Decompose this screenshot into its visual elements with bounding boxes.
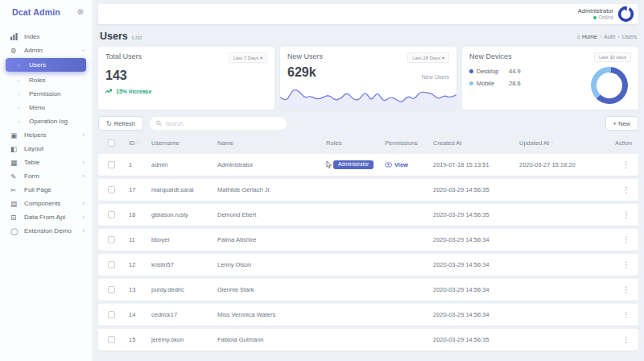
table-row: 16gislason.rustyDemond Ebert2020-03-29 1… bbox=[98, 204, 638, 226]
row-action-menu[interactable]: ⋮ bbox=[613, 185, 638, 194]
sidebar-item-label: Helpers bbox=[24, 131, 82, 139]
filter-button[interactable]: Last 30 days bbox=[594, 52, 631, 62]
chevron-right-icon: › bbox=[82, 200, 85, 207]
legend-label: Mobile bbox=[477, 80, 506, 87]
cell-name: Glennie Stark bbox=[217, 286, 326, 293]
cell-name: Palma Abshire bbox=[217, 236, 326, 243]
circle-icon: ○ bbox=[17, 119, 26, 124]
table-row: 13purdy.dedricGlennie Stark2020-03-29 14… bbox=[98, 279, 638, 301]
eye-icon bbox=[385, 162, 392, 168]
sidebar-item-label: Form bbox=[24, 172, 82, 180]
legend-value: 44.9 bbox=[509, 68, 521, 75]
sidebar-menu: Index ⚙ Admin › ○ Users ○ Roles ○ Permis… bbox=[0, 24, 92, 238]
table-row: 11bboyerPalma Abshire2020-03-29 14:56:34… bbox=[98, 229, 638, 251]
row-checkbox[interactable] bbox=[108, 236, 115, 243]
circle-icon: ○ bbox=[17, 63, 26, 68]
sparkline-label: New Users bbox=[422, 74, 449, 80]
row-checkbox[interactable] bbox=[108, 311, 115, 318]
new-users-sparkline bbox=[280, 81, 456, 110]
sidebar-item-components[interactable]: ▤ Components › bbox=[0, 197, 92, 210]
row-action-menu[interactable]: ⋮ bbox=[613, 235, 638, 244]
row-checkbox[interactable] bbox=[108, 336, 115, 343]
table-body: 1adminAdministratorAdministratorView2019… bbox=[98, 154, 638, 354]
row-checkbox-cell bbox=[98, 286, 129, 293]
sidebar-item-label: Roles bbox=[29, 77, 85, 84]
sidebar-item-label: Admin bbox=[24, 47, 82, 54]
sidebar-toggle-icon[interactable]: ⊗ bbox=[77, 8, 84, 16]
row-checkbox[interactable] bbox=[108, 211, 115, 218]
row-action-menu[interactable]: ⋮ bbox=[613, 260, 638, 269]
filter-dropdown[interactable]: Last 28 Days ▾ bbox=[407, 52, 449, 63]
column-updated-at[interactable]: Updated At↑ bbox=[519, 139, 613, 147]
filter-dropdown[interactable]: Last 7 Days ▾ bbox=[229, 52, 267, 63]
breadcrumb-item[interactable]: Auth bbox=[604, 34, 615, 39]
row-action-menu[interactable]: ⋮ bbox=[613, 160, 638, 169]
filter-label: Last 28 Days bbox=[412, 56, 440, 60]
new-button[interactable]: + New bbox=[605, 116, 638, 131]
row-checkbox[interactable] bbox=[108, 161, 115, 168]
view-permissions-link[interactable]: View bbox=[385, 161, 408, 168]
card-new-users: New Users Last 28 Days ▾ 629k New Users bbox=[280, 47, 456, 110]
circle-icon: ○ bbox=[17, 92, 26, 97]
sidebar-item-index[interactable]: Index bbox=[0, 30, 92, 44]
cell-created-at: 2020-03-29 14:56:34 bbox=[433, 261, 519, 268]
chevron-right-icon: › bbox=[82, 214, 85, 221]
row-action-menu[interactable]: ⋮ bbox=[613, 210, 638, 219]
row-checkbox[interactable] bbox=[108, 186, 115, 193]
select-all-checkbox[interactable] bbox=[108, 139, 115, 147]
sidebar-item-users[interactable]: ○ Users bbox=[6, 58, 86, 72]
top-navbar: Administrator Online bbox=[98, 4, 638, 24]
sidebar-item-form[interactable]: ✎ Form › bbox=[0, 169, 92, 183]
row-checkbox[interactable] bbox=[108, 261, 115, 268]
row-checkbox[interactable] bbox=[108, 286, 115, 293]
sidebar-item-roles[interactable]: ○ Roles bbox=[0, 73, 92, 87]
cell-id: 15 bbox=[129, 336, 151, 343]
cell-name: Lenny Olson bbox=[217, 261, 326, 268]
breadcrumb-home[interactable]: ⌂ Home bbox=[577, 34, 597, 39]
table-icon: ▦ bbox=[10, 159, 21, 167]
sort-asc-icon: ↑ bbox=[551, 140, 554, 146]
row-checkbox-cell bbox=[98, 161, 129, 168]
stat-cards: Total Users Last 7 Days ▾ 143 15% Increa… bbox=[98, 47, 638, 110]
avatar[interactable] bbox=[617, 6, 634, 23]
cell-name: Mathilde Gerlach Jr. bbox=[217, 186, 326, 193]
cell-id: 14 bbox=[129, 311, 151, 318]
column-created-at: Created At bbox=[433, 139, 519, 147]
sidebar-item-layout[interactable]: ◧ Layout bbox=[0, 142, 92, 156]
sidebar-item-label: Full Page bbox=[24, 186, 85, 193]
sidebar-item-permission[interactable]: ○ Permission bbox=[0, 87, 92, 101]
row-checkbox-cell bbox=[98, 311, 129, 318]
column-id[interactable]: ID↑ bbox=[129, 139, 151, 147]
sidebar: Dcat Admin ⊗ Index ⚙ Admin › ○ Users ○ R… bbox=[0, 0, 93, 361]
sidebar-item-label: Components bbox=[24, 200, 82, 207]
database-icon: ⊟ bbox=[10, 214, 21, 222]
cell-created-at: 2020-03-29 14:56:35 bbox=[433, 336, 519, 343]
row-action-menu[interactable]: ⋮ bbox=[613, 285, 638, 294]
sidebar-item-helpers[interactable]: ▣ Helpers › bbox=[0, 128, 92, 142]
legend-dot bbox=[469, 81, 473, 85]
mouse-cursor-icon bbox=[326, 161, 332, 168]
cell-username: purdy.dedric bbox=[151, 286, 217, 293]
sidebar-item-extension-demo[interactable]: ◯ Extension Demo › bbox=[0, 224, 92, 238]
refresh-button[interactable]: ↻ Refresh bbox=[98, 116, 143, 131]
chevron-right-icon: › bbox=[82, 159, 85, 166]
page-subtitle: List bbox=[132, 34, 142, 41]
page-title: Users List bbox=[100, 31, 142, 42]
new-label: + New bbox=[613, 120, 630, 127]
sidebar-item-operation-log[interactable]: ○ Operation log bbox=[0, 114, 92, 128]
row-action-menu[interactable]: ⋮ bbox=[613, 310, 638, 319]
legend-label: Desktop bbox=[477, 68, 506, 75]
sidebar-item-menu[interactable]: ○ Menu bbox=[0, 101, 92, 114]
cell-created-at: 2020-03-29 14:56:34 bbox=[433, 311, 519, 318]
sidebar-item-admin[interactable]: ⚙ Admin › bbox=[0, 44, 92, 57]
sidebar-item-full-page[interactable]: ✂ Full Page bbox=[0, 183, 92, 197]
cell-name: Fabiola Gutmann bbox=[217, 336, 326, 343]
search-input[interactable] bbox=[165, 121, 280, 127]
sidebar-item-label: Operation log bbox=[29, 118, 85, 125]
row-action-menu[interactable]: ⋮ bbox=[613, 335, 638, 344]
trend-indicator: 15% Increase bbox=[105, 89, 267, 94]
grid-toolbar: ↻ Refresh + New bbox=[98, 116, 638, 131]
sidebar-item-data-from-api[interactable]: ⊟ Data From Api › bbox=[0, 210, 92, 224]
circle-outline-icon: ◯ bbox=[10, 227, 21, 235]
sidebar-item-table[interactable]: ▦ Table › bbox=[0, 156, 92, 169]
